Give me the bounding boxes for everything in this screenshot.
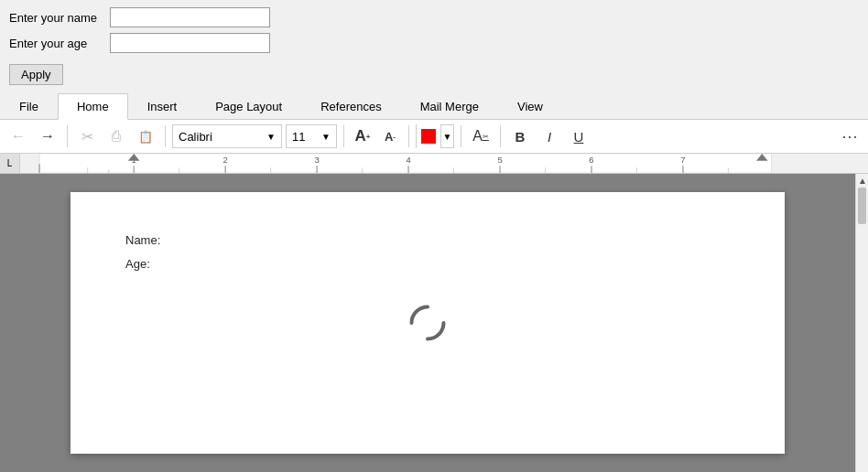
document-content: Name: Age:	[125, 229, 730, 276]
font-shrink-button[interactable]: A-	[378, 124, 402, 148]
document-scroll[interactable]: Name: Age:	[0, 174, 855, 472]
font-family-selector[interactable]: Calibri ▼	[172, 124, 282, 148]
divider-6	[500, 125, 501, 147]
more-button[interactable]: ⋯	[837, 123, 863, 149]
font-color-group: ▼	[416, 124, 454, 148]
divider-5	[461, 125, 461, 147]
ribbon-tabs: File Home Insert Page Layout References …	[0, 92, 868, 120]
svg-text:7: 7	[680, 156, 685, 166]
name-input[interactable]	[110, 7, 270, 27]
scroll-thumb[interactable]	[858, 188, 866, 224]
age-label: Enter your age	[9, 37, 110, 50]
italic-button[interactable]: I	[537, 123, 562, 149]
ruler: 1 2 3 4 5 6 7	[20, 154, 868, 173]
doc-name-field: Name:	[125, 229, 730, 252]
document-page: Name: Age:	[71, 192, 785, 454]
redo-button[interactable]: →	[35, 123, 60, 149]
paste-button[interactable]: 📋	[133, 123, 158, 149]
divider-4	[408, 125, 409, 147]
svg-text:5: 5	[497, 156, 502, 166]
document-area: Name: Age: ▲	[0, 174, 868, 472]
tab-insert[interactable]: Insert	[128, 93, 197, 120]
color-swatch	[421, 129, 436, 144]
age-input[interactable]	[110, 33, 270, 53]
font-dropdown-icon: ▼	[266, 132, 276, 142]
ruler-tab-selector[interactable]: L	[0, 154, 20, 173]
underline-button[interactable]: U	[566, 123, 591, 149]
tab-file[interactable]: File	[0, 93, 58, 120]
divider-3	[343, 125, 344, 147]
font-color-button[interactable]	[417, 124, 440, 148]
toolbar: ← → ✂ ⎙ 📋 Calibri ▼ 11 ▼ A+ A- ▼ A✂	[0, 120, 868, 154]
bold-button[interactable]: B	[507, 123, 533, 149]
cut-button[interactable]: ✂	[74, 123, 100, 149]
font-size-label: 11	[292, 130, 305, 144]
font-name-label: Calibri	[179, 130, 212, 144]
svg-text:2: 2	[222, 156, 227, 166]
scroll-up-button[interactable]: ▲	[856, 174, 868, 187]
font-size-selector[interactable]: 11 ▼	[286, 124, 337, 148]
clear-format-button[interactable]: A✂	[468, 123, 494, 149]
loading-spinner	[403, 298, 453, 349]
tab-page-layout[interactable]: Page Layout	[196, 93, 301, 120]
tab-home[interactable]: Home	[58, 93, 128, 120]
vertical-scrollbar[interactable]: ▲	[855, 174, 868, 472]
divider-2	[165, 125, 166, 147]
copy-button[interactable]: ⎙	[103, 123, 129, 149]
undo-button[interactable]: ←	[5, 123, 31, 149]
tab-mail-merge[interactable]: Mail Merge	[401, 93, 498, 120]
svg-text:4: 4	[406, 156, 410, 166]
svg-text:3: 3	[314, 156, 319, 166]
name-label: Enter your name	[9, 11, 110, 25]
doc-age-field: Age:	[125, 252, 730, 276]
font-color-dropdown[interactable]: ▼	[440, 124, 453, 148]
tab-view[interactable]: View	[498, 93, 562, 120]
font-size-dropdown-icon: ▼	[321, 132, 331, 142]
divider-1	[67, 125, 68, 147]
tab-references[interactable]: References	[301, 93, 400, 120]
ruler-container: L 1 2 3 4 5 6 7	[0, 154, 868, 174]
apply-button[interactable]: Apply	[9, 64, 63, 85]
svg-text:6: 6	[589, 156, 593, 166]
font-grow-button[interactable]: A+	[351, 124, 374, 148]
